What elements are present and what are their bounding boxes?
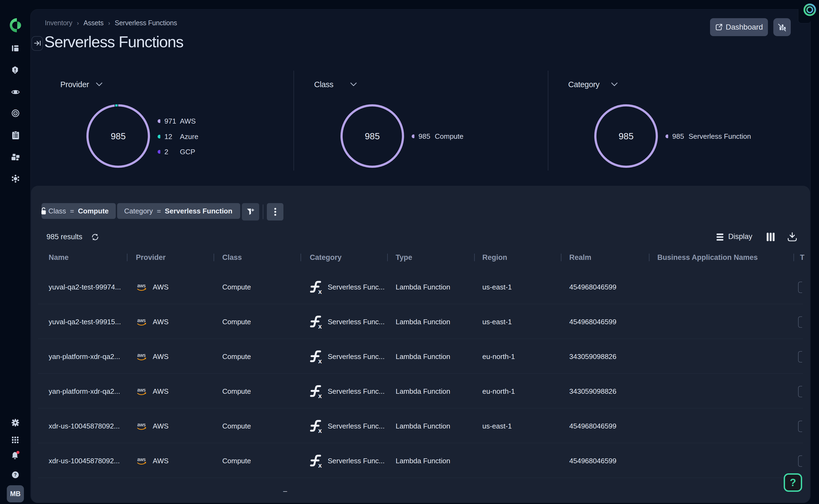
svg-text:aws: aws: [137, 388, 146, 393]
svg-text:x: x: [318, 323, 322, 329]
svg-text:aws: aws: [137, 283, 146, 288]
svg-text:x: x: [318, 357, 322, 364]
svg-text:x: x: [318, 427, 322, 434]
svg-text:?: ?: [14, 473, 17, 477]
svg-text:aws: aws: [137, 318, 146, 323]
svg-text:aws: aws: [137, 457, 146, 462]
svg-text:x: x: [318, 288, 322, 295]
svg-text:x: x: [318, 462, 322, 468]
svg-text:aws: aws: [137, 353, 146, 358]
svg-text:aws: aws: [137, 423, 146, 427]
svg-text:x: x: [318, 392, 322, 399]
